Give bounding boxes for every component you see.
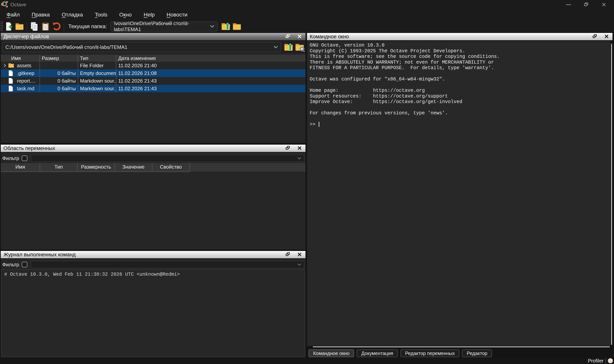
- column-header-dimension[interactable]: Размерность: [78, 163, 115, 171]
- file-browser-panel: Диспетчер файлов ✕ C:/Users/vovan/OneDri…: [1, 33, 306, 143]
- file-row[interactable]: .gitkeep 0 байты Empty document 11.02.20…: [1, 69, 306, 77]
- menu-item[interactable]: Help: [144, 12, 155, 18]
- copy-button[interactable]: [29, 21, 40, 32]
- open-file-button[interactable]: [14, 21, 25, 32]
- column-header-attribute[interactable]: Свойство: [152, 163, 190, 171]
- column-header-size[interactable]: Размер: [40, 55, 78, 62]
- close-widget-icon[interactable]: ✕: [603, 33, 610, 40]
- undock-widget-icon[interactable]: [592, 33, 598, 40]
- history-entry[interactable]: # Octave 10.3.0, Wed Feb 11 21:30:32 202…: [4, 272, 302, 277]
- close-widget-icon[interactable]: ✕: [296, 251, 303, 258]
- column-header-date[interactable]: Дата изменения: [116, 55, 306, 62]
- menu-bar: Файл Правка Отладка Tools Окно Help Ново…: [0, 9, 614, 20]
- workspace-title: Область переменных: [3, 145, 55, 151]
- undo-button[interactable]: [51, 21, 62, 32]
- command-window-panel: Командное окно ✕ GNU Octave, version 10.…: [307, 33, 613, 357]
- workspace-table-header: Имя Тип Размерность Значение Свойство: [1, 163, 306, 171]
- profiler-status-icon[interactable]: [608, 358, 613, 363]
- file-size: 0 байты: [40, 85, 78, 92]
- menu-item[interactable]: Новости: [167, 12, 187, 18]
- command-window-title: Командное окно: [310, 34, 349, 40]
- file-row[interactable]: report.... 0 байты Markdown sour... 11.0…: [1, 77, 306, 85]
- dock-tab[interactable]: Редактор: [462, 350, 492, 357]
- workspace-filter-row: Фильтр: [1, 154, 306, 162]
- octave-logo-icon: [1, 1, 9, 8]
- browse-folder-button[interactable]: [232, 21, 243, 32]
- terminal-output[interactable]: GNU Octave, version 10.3.0 Copyright (C)…: [307, 41, 611, 346]
- file-name: report....: [17, 78, 36, 84]
- close-button[interactable]: ✕: [600, 1, 607, 8]
- expand-arrow-icon[interactable]: [3, 64, 8, 68]
- dock-tab[interactable]: Редактор переменных: [400, 350, 459, 357]
- chevron-down-icon: [274, 46, 278, 49]
- file-type: File Folder: [78, 62, 116, 69]
- current-folder-combobox[interactable]: \vovan\OneDrive\Рабочий стол\it-labs\TEM…: [110, 21, 218, 31]
- chevron-down-icon: [297, 157, 301, 160]
- undock-widget-icon[interactable]: [285, 33, 291, 40]
- chevron-down-icon: [210, 25, 214, 28]
- terminal-line: This is free software; see the source co…: [310, 54, 611, 60]
- status-separator: [606, 358, 606, 364]
- folder-actions-button[interactable]: [294, 41, 306, 53]
- status-bar: Profiler: [0, 357, 614, 364]
- close-widget-icon[interactable]: ✕: [296, 33, 303, 40]
- menu-item[interactable]: Отладка: [62, 12, 83, 18]
- restore-button[interactable]: [583, 1, 589, 8]
- file-type: Empty document: [78, 69, 116, 77]
- file-date: 11.02.2026 21:43: [116, 85, 306, 92]
- octave-main-window: Octave ✕ Файл Правка Отладка Tools Окно …: [0, 0, 614, 364]
- folder-up-button[interactable]: [221, 21, 232, 32]
- dock-tab[interactable]: Командное окно: [308, 350, 354, 357]
- column-header-value[interactable]: Значение: [115, 163, 152, 171]
- file-row[interactable]: task.md 0 байты Markdown sour... 11.02.2…: [1, 85, 306, 92]
- file-row[interactable]: assets File Folder 11.02.2026 21:40: [1, 62, 306, 69]
- terminal-line: GNU Octave, version 10.3.0: [310, 42, 611, 48]
- terminal-line: Octave was configured for "x86_64-w64-mi…: [310, 77, 611, 82]
- window-title: Octave: [10, 2, 26, 8]
- new-script-button[interactable]: [3, 21, 14, 32]
- column-header-type[interactable]: Тип: [78, 55, 116, 62]
- file-browser-title: Диспетчер файлов: [3, 34, 49, 40]
- minimize-button[interactable]: [565, 1, 572, 8]
- undock-widget-icon[interactable]: [285, 145, 291, 152]
- title-bar: Octave ✕: [0, 0, 614, 9]
- column-header-name[interactable]: Имя: [1, 163, 40, 171]
- terminal-line: [310, 105, 611, 111]
- workspace-panel: Область переменных ✕ Фильтр Имя Тип Разм…: [1, 145, 306, 250]
- menu-item[interactable]: Файл: [7, 12, 20, 18]
- column-header-name[interactable]: Имя: [1, 55, 40, 62]
- menu-item[interactable]: Правка: [32, 12, 50, 18]
- close-widget-icon[interactable]: ✕: [296, 145, 303, 152]
- vertical-scrollbar[interactable]: [611, 44, 612, 345]
- filter-combobox[interactable]: [31, 155, 304, 162]
- terminal-line: Home page: https://octave.org: [310, 88, 611, 93]
- command-history-panel: Журнал выполненных команд ✕ Фильтр # Oct…: [1, 251, 306, 357]
- profiler-label: Profiler: [588, 358, 604, 364]
- terminal-line: There is ABSOLUTELY NO WARRANTY; not eve…: [310, 60, 611, 65]
- one-directory-up-button[interactable]: [283, 41, 294, 53]
- menu-item[interactable]: Окно: [119, 12, 132, 18]
- file-date: 11.02.2026 21:08: [116, 69, 306, 77]
- menu-item[interactable]: Tools: [95, 12, 107, 18]
- horizontal-scrollbar[interactable]: [313, 346, 610, 347]
- file-name: task.md: [17, 86, 34, 91]
- file-size: 0 байты: [40, 69, 78, 77]
- filter-checkbox[interactable]: [22, 262, 28, 267]
- dock-tab[interactable]: Документация: [357, 350, 398, 357]
- paste-button[interactable]: [40, 21, 51, 32]
- undock-widget-icon[interactable]: [285, 251, 291, 258]
- current-folder-value: \vovan\OneDrive\Рабочий стол\it-labs\TEM…: [114, 21, 210, 32]
- file-date: 11.02.2026 21:43: [116, 77, 306, 85]
- file-browser-path-combobox[interactable]: C:/Users/vovan/OneDrive/Рабочий стол/it-…: [2, 42, 281, 52]
- terminal-line: [310, 116, 611, 122]
- history-list[interactable]: # Octave 10.3.0, Wed Feb 11 21:30:32 202…: [1, 269, 305, 357]
- column-header-class[interactable]: Тип: [40, 163, 78, 171]
- terminal-line: For changes from previous versions, type…: [310, 110, 611, 116]
- file-browser-path-row: C:/Users/vovan/OneDrive/Рабочий стол/it-…: [1, 41, 306, 53]
- current-folder-label: Текущая папка:: [68, 23, 107, 29]
- filter-combobox[interactable]: [31, 261, 304, 268]
- filter-label: Фильтр: [2, 262, 19, 268]
- filter-checkbox[interactable]: [22, 155, 28, 161]
- history-filter-row: Фильтр: [1, 260, 306, 269]
- toolbar-grip-handle[interactable]: [0, 21, 3, 32]
